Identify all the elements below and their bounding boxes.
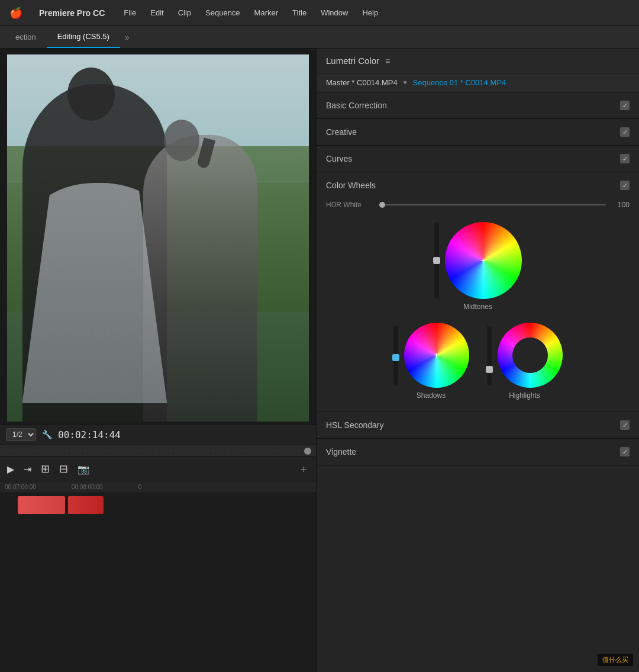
midtones-slider-thumb[interactable] — [433, 257, 440, 264]
panel-menu-icon[interactable]: ≡ — [385, 56, 390, 66]
basic-correction-label: Basic Correction — [326, 101, 387, 110]
midtones-crosshair: + — [480, 255, 486, 266]
video-preview: 1/2 🔧 00:02:14:44 ▶ ⇥ ⊞ — [0, 49, 316, 672]
shadows-with-slider: + — [393, 323, 469, 388]
highlights-with-slider — [487, 323, 563, 388]
color-wheels-section: Color Wheels ✓ HDR White 100 — [317, 172, 639, 412]
camera-button[interactable]: 📷 — [78, 464, 89, 475]
midtones-wheel[interactable]: + — [445, 222, 522, 299]
menu-marker[interactable]: Marker — [254, 8, 278, 17]
shadows-label: Shadows — [417, 391, 446, 400]
curves-checkbox[interactable]: ✓ — [620, 154, 630, 163]
playhead[interactable] — [304, 448, 311, 455]
video-frame — [7, 54, 309, 422]
playback-bar[interactable] — [0, 445, 316, 456]
tabs-bar: ection Editing (CS5.5) » — [0, 26, 639, 49]
tab-ection[interactable]: ection — [5, 26, 47, 48]
hdr-white-value: 100 — [612, 201, 630, 209]
section-curves[interactable]: Curves ✓ — [317, 146, 639, 172]
midtones-with-slider: + — [434, 222, 522, 299]
tabs-more-button[interactable]: » — [120, 33, 134, 42]
creative-label: Creative — [326, 127, 357, 137]
color-wheels-header[interactable]: Color Wheels ✓ — [317, 172, 639, 198]
timeline-track — [0, 493, 316, 517]
clip-row: Master * C0014.MP4 ▼ Sequence 01 * C0014… — [317, 73, 639, 92]
watermark: 值什么买 — [598, 654, 633, 666]
timeline-ruler: 00:07:00:00 00:08:00:00 0 — [0, 481, 316, 493]
color-wheels-label: Color Wheels — [326, 181, 376, 190]
shadows-wheel[interactable]: + — [404, 323, 469, 388]
play-button[interactable]: ▶ — [7, 464, 14, 475]
midtones-vertical-slider[interactable] — [434, 222, 439, 299]
menu-clip[interactable]: Clip — [178, 8, 191, 17]
left-panel: 1/2 🔧 00:02:14:44 ▶ ⇥ ⊞ — [0, 49, 317, 672]
lumetri-header: Lumetri Color ≡ — [317, 49, 639, 73]
highlights-slider-thumb[interactable] — [486, 366, 493, 373]
menu-edit[interactable]: Edit — [150, 8, 163, 17]
shadows-vertical-slider[interactable] — [393, 326, 398, 385]
menu-help[interactable]: Help — [362, 8, 378, 17]
shadows-container: + Shadows — [393, 323, 469, 400]
step-forward-button[interactable]: ⇥ — [24, 464, 31, 475]
zero-mark: 0 — [138, 484, 142, 490]
shadows-crosshair: + — [434, 350, 439, 361]
video-controls-bar: 1/2 🔧 00:02:14:44 — [0, 424, 316, 445]
section-vignette[interactable]: Vignette ✓ — [317, 439, 639, 465]
curves-label: Curves — [326, 154, 352, 163]
menu-sequence[interactable]: Sequence — [205, 8, 240, 17]
highlights-label: Highlights — [509, 391, 540, 400]
highlights-wheel[interactable] — [498, 323, 563, 388]
loop-button[interactable]: ⊞ — [41, 462, 50, 475]
track-clip-1[interactable] — [18, 496, 65, 514]
creative-checkbox[interactable]: ✓ — [620, 127, 630, 137]
menu-title[interactable]: Title — [292, 8, 306, 17]
hsl-secondary-checkbox[interactable]: ✓ — [620, 420, 630, 430]
track-clip-2[interactable] — [68, 496, 104, 514]
section-creative[interactable]: Creative ✓ — [317, 119, 639, 146]
vignette-checkbox[interactable]: ✓ — [620, 447, 630, 456]
color-wheels-checkbox[interactable]: ✓ — [620, 181, 630, 190]
midtones-row: + Midtones — [317, 216, 639, 323]
lumetri-panel: Lumetri Color ≡ Master * C0014.MP4 ▼ Seq… — [317, 49, 639, 672]
transport-bar: ▶ ⇥ ⊞ ⊟ 📷 ＋ — [0, 456, 316, 481]
app-name: Premiere Pro CC — [39, 8, 105, 18]
highlights-overlay — [498, 323, 563, 388]
apple-logo-icon: 🍎 — [9, 7, 22, 20]
section-hsl-secondary[interactable]: HSL Secondary ✓ — [317, 412, 639, 439]
clip-trim-button[interactable]: ⊟ — [59, 462, 68, 475]
clip-name[interactable]: Master * C0014.MP4 — [326, 78, 398, 87]
video-canvas[interactable] — [7, 54, 309, 422]
highlights-vertical-slider[interactable] — [487, 326, 492, 385]
basic-correction-checkbox[interactable]: ✓ — [620, 101, 630, 110]
midtones-label: Midtones — [463, 303, 492, 311]
add-button[interactable]: ＋ — [298, 462, 309, 476]
menu-window[interactable]: Window — [321, 8, 348, 17]
sequence-link[interactable]: Sequence 01 * C0014.MP4 — [413, 78, 506, 87]
hdr-white-row: HDR White 100 — [317, 198, 639, 216]
hsl-secondary-label: HSL Secondary — [326, 420, 384, 430]
timecode-display: 00:02:14:44 — [58, 429, 121, 441]
section-basic-correction[interactable]: Basic Correction ✓ — [317, 92, 639, 119]
zoom-select[interactable]: 1/2 — [6, 428, 36, 441]
shadows-slider-thumb[interactable] — [392, 354, 399, 361]
timemark-2: 00:08:00:00 — [72, 484, 103, 490]
hdr-white-slider[interactable] — [379, 204, 606, 205]
shadows-highlights-row: + Shadows Highlights — [317, 323, 639, 411]
main-layout: 1/2 🔧 00:02:14:44 ▶ ⇥ ⊞ — [0, 49, 639, 672]
menu-file[interactable]: File — [124, 8, 136, 17]
midtones-container: + Midtones — [434, 222, 522, 311]
tab-editing[interactable]: Editing (CS5.5) — [47, 26, 120, 48]
wrench-icon[interactable]: 🔧 — [42, 430, 52, 439]
clip-dropdown-icon[interactable]: ▼ — [402, 79, 408, 86]
highlights-container: Highlights — [487, 323, 563, 400]
hdr-white-label: HDR White — [326, 201, 373, 209]
menubar: 🍎 Premiere Pro CC File Edit Clip Sequenc… — [0, 0, 639, 26]
vignette-label: Vignette — [326, 447, 356, 456]
lumetri-title: Lumetri Color — [326, 56, 379, 66]
timemark-1: 00:07:00:00 — [5, 484, 36, 490]
hdr-white-thumb[interactable] — [379, 202, 385, 208]
timeline-section: 00:07:00:00 00:08:00:00 0 — [0, 481, 316, 672]
